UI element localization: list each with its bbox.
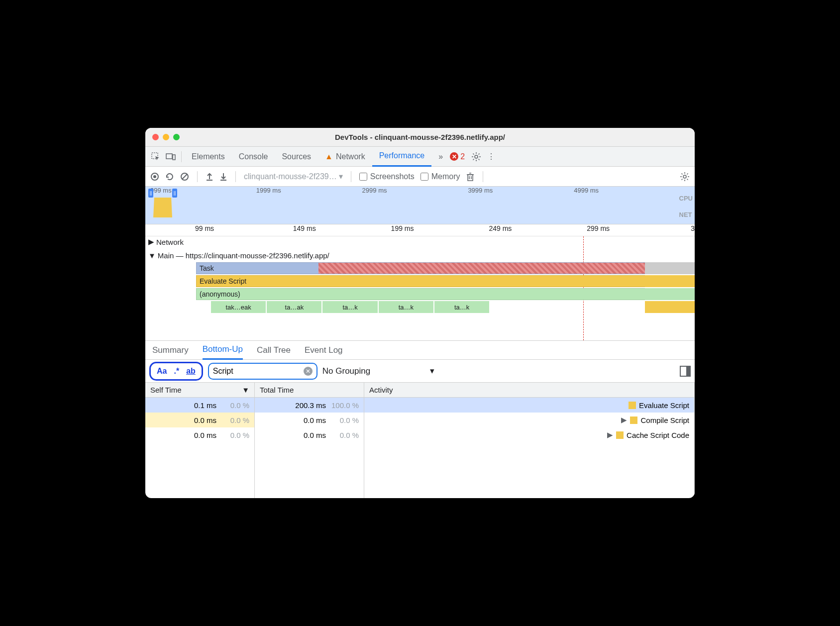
garbage-collect-icon[interactable] [466, 172, 475, 182]
sort-desc-icon: ▼ [242, 386, 249, 394]
cell-self-time[interactable]: 0.0 ms0.0 % [145, 413, 254, 427]
flame-task-bar[interactable]: Task [196, 262, 685, 274]
flame-anonymous-bar[interactable]: (anonymous) [196, 288, 685, 300]
filter-modifiers: Aa .* ab [149, 362, 203, 381]
capture-settings-icon[interactable] [680, 172, 690, 182]
reload-record-icon[interactable] [165, 172, 174, 181]
performance-toolbar: clinquant-mousse-2f239…▾ Screenshots Mem… [145, 167, 695, 187]
cell-total-time[interactable]: 0.0 ms0.0 % [255, 427, 364, 442]
header-activity[interactable]: Activity [364, 383, 694, 398]
panel-tabbar: Elements Console Sources ▲ Network Perfo… [145, 147, 695, 167]
main-track-label[interactable]: ▼ Main — https://clinquant-mousse-2f2396… [148, 251, 329, 260]
match-case-button[interactable]: Aa [157, 367, 167, 376]
cell-total-time[interactable]: 200.3 ms100.0 % [255, 398, 364, 413]
timeline-overview[interactable]: 999 ms 1999 ms 2999 ms 3999 ms 4999 ms |… [145, 187, 695, 224]
warning-icon: ▲ [325, 152, 333, 161]
activity-row[interactable]: Evaluate Script [364, 398, 694, 413]
activity-row[interactable]: ▶Cache Script Code [364, 427, 694, 442]
svg-point-3 [475, 155, 478, 158]
flame-call[interactable]: ta…k [434, 301, 489, 313]
tab-event-log[interactable]: Event Log [305, 341, 343, 360]
window-controls [152, 134, 180, 140]
tab-bottom-up[interactable]: Bottom-Up [203, 341, 243, 360]
memory-checkbox[interactable]: Memory [420, 172, 460, 181]
header-self-time[interactable]: Self Time▼ [145, 383, 254, 398]
svg-point-11 [683, 175, 686, 178]
expand-icon[interactable]: ▶ [621, 416, 627, 424]
window-title: DevTools - clinquant-mousse-2f2396.netli… [145, 133, 695, 141]
devtools-window: DevTools - clinquant-mousse-2f2396.netli… [145, 128, 695, 498]
flame-call[interactable]: ta…k [322, 301, 377, 313]
flame-call[interactable]: ta…k [379, 301, 433, 313]
color-swatch [616, 431, 624, 439]
clear-filter-icon[interactable]: ✕ [304, 367, 313, 376]
svg-rect-2 [173, 155, 175, 160]
svg-rect-1 [166, 154, 172, 159]
overview-cpu-thumb [153, 198, 172, 217]
clear-icon[interactable] [180, 172, 189, 181]
range-handle-right[interactable]: || [172, 189, 177, 198]
dock-side-icon[interactable] [680, 366, 691, 377]
tab-network[interactable]: ▲ Network [318, 147, 372, 167]
regex-button[interactable]: .* [174, 367, 179, 376]
save-profile-icon[interactable] [219, 172, 227, 181]
cell-self-time[interactable]: 0.0 ms0.0 % [145, 427, 254, 442]
tab-summary[interactable]: Summary [152, 341, 189, 360]
cell-total-time[interactable]: 0.0 ms0.0 % [255, 413, 364, 427]
expand-icon[interactable]: ▶ [607, 430, 613, 439]
network-track-label[interactable]: ▶ Network [148, 237, 184, 246]
tab-sources[interactable]: Sources [275, 147, 318, 167]
overflow-tabs[interactable]: » [431, 147, 450, 167]
whole-word-button[interactable]: ab [186, 367, 196, 376]
grouping-select[interactable]: No Grouping▾ [322, 366, 434, 376]
color-swatch [629, 402, 636, 409]
profile-selector[interactable]: clinquant-mousse-2f239…▾ [244, 172, 343, 181]
cpu-label: CPU [679, 195, 693, 202]
settings-icon[interactable] [469, 149, 484, 164]
time-ruler: 99 ms149 ms199 ms249 ms299 ms3 [145, 224, 695, 236]
tab-console[interactable]: Console [232, 147, 275, 167]
svg-line-7 [182, 174, 187, 179]
flame-evaluate-script-bar[interactable]: Evaluate Script [196, 275, 685, 287]
activity-row[interactable]: ▶Compile Script [364, 413, 694, 427]
svg-point-5 [153, 175, 156, 178]
chevron-down-icon: ▾ [430, 366, 434, 376]
tab-call-tree[interactable]: Call Tree [257, 341, 291, 360]
flame-call[interactable]: tak…eak [211, 301, 266, 313]
tab-elements[interactable]: Elements [185, 147, 232, 167]
overview-ticks: 999 ms 1999 ms 2999 ms 3999 ms 4999 ms [145, 187, 675, 194]
net-label: NET [679, 211, 693, 218]
zoom-window-icon[interactable] [173, 134, 180, 140]
error-badge[interactable]: ✕ 2 [450, 152, 465, 161]
details-tabs: Summary Bottom-Up Call Tree Event Log [145, 341, 695, 360]
load-profile-icon[interactable] [206, 172, 213, 181]
kebab-menu-icon[interactable]: ⋮ [484, 149, 499, 164]
filter-input[interactable]: Script ✕ [208, 363, 317, 380]
header-total-time[interactable]: Total Time [255, 383, 364, 398]
minimize-window-icon[interactable] [163, 134, 169, 140]
close-window-icon[interactable] [152, 134, 159, 140]
flame-chart[interactable]: ▶ Network ▼ Main — https://clinquant-mou… [145, 236, 695, 341]
screenshots-checkbox[interactable]: Screenshots [359, 172, 415, 181]
chevron-down-icon: ▾ [339, 172, 343, 181]
inspect-element-icon[interactable] [148, 149, 163, 164]
filter-bar: Aa .* ab Script ✕ No Grouping▾ [145, 360, 695, 383]
range-handle-left[interactable]: || [148, 189, 153, 198]
bottom-up-table: Self Time▼ 0.1 ms0.0 % 0.0 ms0.0 % 0.0 m… [145, 383, 695, 498]
flame-call[interactable]: ta…ak [267, 301, 321, 313]
cell-self-time[interactable]: 0.1 ms0.0 % [145, 398, 254, 413]
error-icon: ✕ [450, 152, 458, 161]
device-toolbar-icon[interactable] [163, 149, 178, 164]
titlebar: DevTools - clinquant-mousse-2f2396.netli… [145, 128, 695, 147]
record-icon[interactable] [150, 172, 159, 181]
svg-rect-8 [468, 175, 473, 181]
color-swatch [630, 417, 637, 424]
tab-performance[interactable]: Performance [372, 147, 432, 167]
